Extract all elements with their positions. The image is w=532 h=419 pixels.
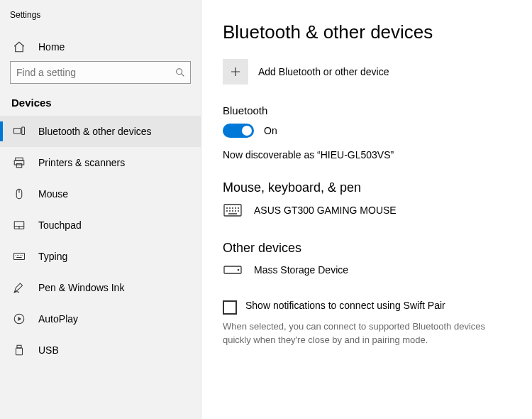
bluetooth-state-label: On (264, 125, 277, 136)
main-content: Bluetooth & other devices Add Bluetooth … (201, 0, 532, 419)
keyboard-icon (223, 204, 243, 217)
pen-icon (13, 281, 26, 294)
add-device-label: Add Bluetooth or other device (258, 66, 389, 77)
devices-icon (13, 125, 26, 138)
sidebar-item-label: AutoPlay (38, 313, 78, 325)
sidebar-item-typing[interactable]: Typing (0, 241, 201, 272)
storage-icon (223, 264, 243, 276)
sidebar-item-touchpad[interactable]: Touchpad (0, 210, 201, 241)
mouse-icon (13, 187, 26, 200)
plus-icon (229, 65, 242, 78)
svg-rect-8 (14, 254, 25, 260)
swift-pair-help: When selected, you can connect to suppor… (223, 320, 492, 347)
device-name: ASUS GT300 GAMING MOUSE (254, 205, 397, 216)
keyboard-icon (13, 250, 26, 263)
sidebar-item-bluetooth[interactable]: Bluetooth & other devices (0, 116, 201, 147)
svg-rect-4 (14, 160, 24, 165)
group-mouse-kb-title: Mouse, keyboard, & pen (223, 180, 511, 195)
usb-icon (13, 344, 26, 357)
bluetooth-heading: Bluetooth (223, 104, 511, 116)
printer-icon (13, 156, 26, 169)
svg-rect-2 (22, 127, 25, 135)
device-row[interactable]: ASUS GT300 GAMING MOUSE (223, 204, 511, 217)
sidebar-item-autoplay[interactable]: AutoPlay (0, 303, 201, 334)
svg-point-14 (238, 269, 240, 271)
sidebar-section-header: Devices (0, 97, 201, 116)
sidebar-item-label: Pen & Windows Ink (38, 282, 124, 293)
page-title: Bluetooth & other devices (223, 21, 511, 43)
bluetooth-discoverable-text: Now discoverable as “HIEU-GL503VS” (223, 149, 511, 160)
sidebar-item-label: Bluetooth & other devices (38, 126, 152, 137)
svg-rect-10 (17, 345, 21, 348)
sidebar-item-label: USB (38, 344, 59, 356)
add-device-row[interactable]: Add Bluetooth or other device (223, 59, 511, 85)
swift-pair-label: Show notifications to connect using Swif… (245, 300, 445, 311)
sidebar-item-usb[interactable]: USB (0, 334, 201, 366)
svg-rect-11 (16, 348, 23, 355)
sidebar-item-printers[interactable]: Printers & scanners (0, 147, 201, 178)
home-icon (13, 40, 26, 53)
group-other-title: Other devices (223, 241, 511, 256)
sidebar-item-label: Printers & scanners (38, 157, 125, 168)
sidebar-home-label: Home (38, 41, 65, 53)
search-icon (170, 67, 190, 78)
svg-point-0 (177, 69, 182, 75)
add-device-button[interactable] (223, 59, 248, 85)
sidebar-home[interactable]: Home (0, 33, 201, 61)
device-name: Mass Storage Device (254, 264, 348, 276)
device-row[interactable]: Mass Storage Device (223, 264, 511, 276)
autoplay-icon (13, 312, 26, 325)
sidebar-item-pen[interactable]: Pen & Windows Ink (0, 272, 201, 303)
sidebar-item-label: Touchpad (38, 219, 82, 231)
svg-rect-1 (14, 129, 21, 134)
search-input[interactable] (11, 67, 170, 78)
sidebar-item-mouse[interactable]: Mouse (0, 178, 201, 210)
search-input-wrap[interactable] (10, 61, 191, 84)
svg-rect-3 (16, 158, 23, 160)
swift-pair-checkbox[interactable] (223, 300, 237, 315)
sidebar-item-label: Mouse (38, 188, 68, 200)
touchpad-icon (13, 219, 26, 232)
app-title: Settings (0, 7, 201, 33)
bluetooth-toggle[interactable] (223, 124, 254, 138)
sidebar-item-label: Typing (38, 251, 67, 262)
svg-rect-5 (16, 164, 22, 168)
sidebar: Settings Home Devices Bluetooth & other … (0, 0, 201, 419)
